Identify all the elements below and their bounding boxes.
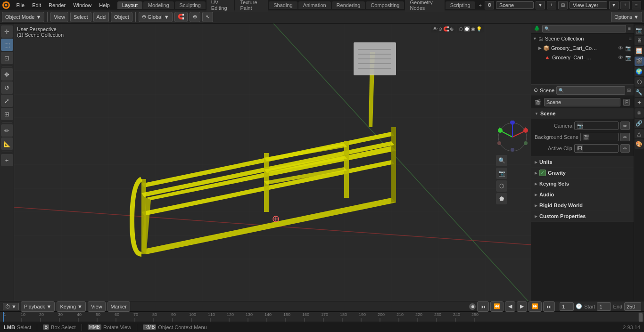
custom-props-header[interactable]: ▶ Custom Properties xyxy=(531,211,634,221)
collection-filter-icon[interactable]: ≡ xyxy=(629,36,632,41)
menu-window[interactable]: Window xyxy=(69,1,95,9)
jump-start-btn[interactable]: ⏮ xyxy=(477,301,489,312)
outliner-item-1[interactable]: 🔺 Grocery_Cart_Corral_Sinc 👁 📷 xyxy=(531,53,634,62)
item-0-render-icon[interactable]: 📷 xyxy=(625,45,632,51)
play-back-btn[interactable]: ◀ xyxy=(505,301,515,312)
viewport-overlay-toggle[interactable]: 👁 xyxy=(433,26,438,32)
gizmo-widget[interactable]: X Y Z xyxy=(496,121,529,154)
prop-tab-render[interactable]: 📷 xyxy=(635,25,644,35)
units-section-header[interactable]: ▶ Units xyxy=(531,157,634,167)
active-clip-value[interactable]: 🎞 xyxy=(574,144,619,153)
scene-dropdown[interactable]: ▼ xyxy=(536,1,545,9)
view-layer-add[interactable]: + xyxy=(620,1,630,9)
view-layer-display[interactable]: View Layer xyxy=(570,1,607,9)
frame-time-btn[interactable]: 🕐 xyxy=(576,303,582,309)
viewport[interactable]: User Perspective (1) Scene Collection X … xyxy=(14,24,531,301)
end-frame-input[interactable]: 250 xyxy=(624,302,641,311)
scene-settings-btn[interactable]: + xyxy=(547,1,556,9)
transform-tool[interactable]: ⊞ xyxy=(1,108,13,120)
viewport-snap-toggle[interactable]: 🧲 xyxy=(443,26,449,32)
scene-section-header[interactable]: ▼ Scene xyxy=(531,108,634,119)
viewport-gizmo-toggle[interactable]: ⊙ xyxy=(438,26,442,32)
view-menu-btn[interactable]: View xyxy=(50,12,68,22)
info-icon-btn[interactable]: ⚙ xyxy=(485,1,494,9)
step-forward-btn[interactable]: ⏩ xyxy=(528,301,542,312)
tab-uv-editing[interactable]: UV Editing xyxy=(206,0,235,12)
tab-geometry-nodes[interactable]: Geometry Nodes xyxy=(405,0,444,12)
cursor-tool[interactable]: ✛ xyxy=(1,25,13,38)
mode-select-dropdown[interactable]: Object Mode ▼ xyxy=(2,12,44,22)
tab-compositing[interactable]: Compositing xyxy=(366,1,404,9)
active-clip-eyedropper[interactable]: ✏ xyxy=(620,144,630,153)
audio-section-header[interactable]: ▶ Audio xyxy=(531,189,634,200)
add-workspace-button[interactable]: + xyxy=(476,1,485,9)
play-btn[interactable]: ▶ xyxy=(517,301,527,312)
item-0-visibility-icon[interactable]: 👁 xyxy=(618,45,623,51)
prop-options-btn[interactable]: ⊞ xyxy=(627,88,631,93)
bg-scene-eyedropper[interactable]: ✏ xyxy=(620,133,630,141)
timeline-scrollbar-thumb[interactable] xyxy=(639,313,643,322)
view-layer-dropdown[interactable]: ▼ xyxy=(609,1,619,9)
timeline-type-btn[interactable]: ⏱ ▼ xyxy=(3,303,19,310)
playback-dot[interactable]: ⏺ xyxy=(469,303,476,310)
prop-tab-scene[interactable]: 🎬 xyxy=(635,57,644,66)
tab-scripting[interactable]: Scripting xyxy=(446,1,475,9)
move-tool[interactable]: ✥ xyxy=(1,68,13,81)
viewport-proportional-toggle[interactable]: ⊚ xyxy=(450,26,454,32)
prop-tab-particles[interactable]: ✦ xyxy=(635,98,644,107)
transform-dropdown[interactable]: ⊕ Global ▼ xyxy=(139,12,173,22)
snap-btn[interactable]: 🧲 xyxy=(174,12,188,22)
item-1-visibility-icon[interactable]: 👁 xyxy=(618,55,623,60)
tab-rendering[interactable]: Rendering xyxy=(332,1,365,9)
tab-shading[interactable]: Shading xyxy=(269,1,297,9)
camera-view-btn[interactable]: 📷 xyxy=(496,168,507,179)
select-tool[interactable]: ⬚ xyxy=(1,39,13,51)
rotate-tool[interactable]: ↺ xyxy=(1,81,13,94)
prop-tab-object-data[interactable]: △ xyxy=(635,129,644,138)
outliner-search[interactable]: 🔍 xyxy=(542,25,626,32)
tab-texture-paint[interactable]: Texture Paint xyxy=(235,0,268,12)
add-menu-btn[interactable]: Add xyxy=(93,12,109,22)
menu-edit[interactable]: Edit xyxy=(28,1,45,9)
gravity-section-header[interactable]: ▶ ✓ Gravity xyxy=(531,168,634,178)
start-frame-input[interactable]: 1 xyxy=(597,302,611,311)
camera-eyedropper[interactable]: ✏ xyxy=(620,121,630,130)
curve-btn[interactable]: ∿ xyxy=(202,12,213,22)
fake-user-btn[interactable]: F xyxy=(623,99,630,106)
prop-tab-view-layer[interactable]: 🪟 xyxy=(635,46,644,56)
add-primitive-tool[interactable]: + xyxy=(1,154,13,166)
menu-help[interactable]: Help xyxy=(95,1,114,9)
scene-name-display[interactable]: Scene xyxy=(496,1,534,9)
menu-file[interactable]: File xyxy=(12,1,28,9)
properties-search-input[interactable]: 🔍 xyxy=(556,86,625,95)
wireframe-btn[interactable]: ⬡ xyxy=(496,180,507,192)
options-btn[interactable]: Options ▼ xyxy=(611,12,642,22)
select-box-tool[interactable]: ⊡ xyxy=(1,52,13,64)
solid-shading-btn[interactable]: ⬟ xyxy=(464,26,470,32)
tab-animation[interactable]: Animation xyxy=(298,1,331,9)
scale-tool[interactable]: ⤢ xyxy=(1,95,13,107)
current-frame-input[interactable]: 1 xyxy=(560,302,574,311)
step-back-btn[interactable]: ⏪ xyxy=(490,301,504,312)
rendered-shading-btn[interactable]: 💡 xyxy=(476,26,482,32)
prop-tab-output[interactable]: 🖥 xyxy=(635,36,644,45)
prop-tab-physics[interactable]: ⚛ xyxy=(635,108,644,118)
wireframe-shading-btn[interactable]: ⬡ xyxy=(459,26,463,32)
jump-end-btn[interactable]: ⏭ xyxy=(543,301,555,312)
select-menu-btn[interactable]: Select xyxy=(70,12,91,22)
menu-render[interactable]: Render xyxy=(45,1,69,9)
view-btn[interactable]: View xyxy=(88,301,106,312)
zoom-in-btn[interactable]: 🔍 xyxy=(496,155,507,166)
outliner-item-0[interactable]: ▶ 📦 Grocery_Cart_Corral_Single_Y 👁 📷 xyxy=(531,43,634,53)
tab-sculpting[interactable]: Sculpting xyxy=(175,1,206,9)
filter-icon[interactable]: ≡ xyxy=(628,26,631,31)
filter-icon[interactable]: ≡ xyxy=(632,1,641,9)
keying-btn[interactable]: Keying ▼ xyxy=(57,301,86,312)
prop-tab-material[interactable]: 🎨 xyxy=(635,139,644,149)
object-menu-btn[interactable]: Object xyxy=(111,12,132,22)
keying-sets-header[interactable]: ▶ Keying Sets xyxy=(531,178,634,189)
rigid-body-header[interactable]: ▶ Rigid Body World xyxy=(531,200,634,211)
marker-btn[interactable]: Marker xyxy=(107,301,130,312)
prop-tab-modifiers[interactable]: 🔧 xyxy=(635,88,644,97)
prop-tab-constraints[interactable]: 🔗 xyxy=(635,119,644,128)
